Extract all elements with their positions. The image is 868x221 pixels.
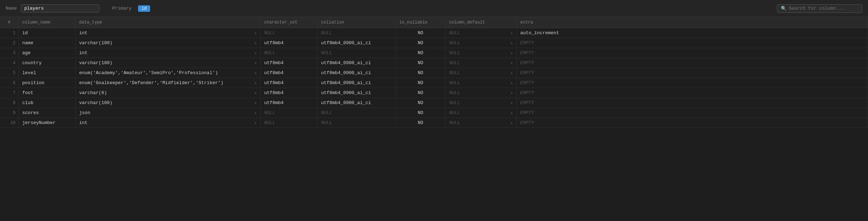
cell-character-set: NULL (260, 28, 317, 38)
sort-arrows-icon[interactable]: ⇅ (254, 91, 256, 95)
sort-arrows-icon[interactable]: ⇅ (254, 31, 256, 35)
table-row: 1idint⇅NULLNULLNONULL⇅auto_increment (0, 28, 868, 38)
cell-column-default: NULL⇅ (445, 48, 517, 58)
cell-num: 8 (0, 98, 18, 108)
sort-arrows-default-icon[interactable]: ⇅ (510, 121, 513, 125)
cell-num: 3 (0, 48, 18, 58)
cell-column-default: NULL⇅ (445, 68, 517, 78)
cell-is-nullable: NO (396, 98, 445, 108)
cell-column-name: country (18, 58, 75, 68)
cell-num: 5 (0, 68, 18, 78)
sort-arrows-default-icon[interactable]: ⇅ (510, 51, 513, 55)
th-extra: extra (517, 17, 868, 28)
cell-num: 2 (0, 38, 18, 48)
sort-arrows-default-icon[interactable]: ⇅ (510, 31, 513, 35)
table-row: 8clubvarchar(100)⇅utf8mb4utf8mb4_0900_ai… (0, 98, 868, 108)
cell-data-type: json⇅ (75, 108, 260, 118)
cell-character-set: utf8mb4 (260, 78, 317, 88)
cell-data-type: enum('Goalkeeper','Defender','Midfielder… (75, 78, 260, 88)
columns-table: # column_name data_type character_set co… (0, 17, 868, 128)
primary-badge: id (138, 5, 150, 12)
cell-character-set: utf8mb4 (260, 88, 317, 98)
cell-column-name: club (18, 98, 75, 108)
cell-is-nullable: NO (396, 118, 445, 128)
search-icon: 🔍 (781, 6, 787, 11)
cell-extra: EMPTY (517, 98, 868, 108)
cell-column-name: position (18, 78, 75, 88)
cell-num: 7 (0, 88, 18, 98)
cell-is-nullable: NO (396, 78, 445, 88)
cell-column-name: age (18, 48, 75, 58)
cell-data-type: varchar(100)⇅ (75, 98, 260, 108)
cell-collation: utf8mb4_0900_ai_ci (317, 68, 396, 78)
table-row: 3ageint⇅NULLNULLNONULL⇅EMPTY (0, 48, 868, 58)
cell-extra: EMPTY (517, 68, 868, 78)
cell-column-default: NULL⇅ (445, 78, 517, 88)
cell-data-type: int⇅ (75, 118, 260, 128)
cell-extra: EMPTY (517, 118, 868, 128)
cell-data-type: int⇅ (75, 28, 260, 38)
th-column-default: column_default (445, 17, 517, 28)
cell-num: 4 (0, 58, 18, 68)
sort-arrows-icon[interactable]: ⇅ (254, 121, 256, 125)
cell-column-name: id (18, 28, 75, 38)
cell-is-nullable: NO (396, 38, 445, 48)
cell-character-set: NULL (260, 108, 317, 118)
cell-num: 6 (0, 78, 18, 88)
cell-character-set: NULL (260, 118, 317, 128)
cell-collation: NULL (317, 28, 396, 38)
sort-arrows-icon[interactable]: ⇅ (254, 111, 256, 115)
cell-extra: auto_increment (517, 28, 868, 38)
sort-arrows-icon[interactable]: ⇅ (254, 51, 256, 55)
cell-column-name: foot (18, 88, 75, 98)
table-row: 6positionenum('Goalkeeper','Defender','M… (0, 78, 868, 88)
cell-character-set: utf8mb4 (260, 38, 317, 48)
th-collation: collation (317, 17, 396, 28)
cell-extra: EMPTY (517, 78, 868, 88)
sort-arrows-icon[interactable]: ⇅ (254, 81, 256, 85)
cell-column-name: jerseyNumber (18, 118, 75, 128)
cell-column-default: NULL⇅ (445, 58, 517, 68)
cell-is-nullable: NO (396, 68, 445, 78)
cell-collation: NULL (317, 118, 396, 128)
sort-arrows-default-icon[interactable]: ⇅ (510, 91, 513, 95)
table-container: # column_name data_type character_set co… (0, 17, 868, 221)
search-box[interactable]: 🔍 (777, 4, 862, 13)
cell-column-name: scores (18, 108, 75, 118)
cell-extra: EMPTY (517, 108, 868, 118)
th-num: # (0, 17, 18, 28)
cell-collation: NULL (317, 108, 396, 118)
sort-arrows-default-icon[interactable]: ⇅ (510, 61, 513, 65)
sort-arrows-icon[interactable]: ⇅ (254, 41, 256, 45)
cell-is-nullable: NO (396, 28, 445, 38)
cell-extra: EMPTY (517, 58, 868, 68)
table-name-input[interactable] (21, 4, 99, 12)
cell-data-type: varchar(6)⇅ (75, 88, 260, 98)
header-bar: Name Primary id 🔍 (0, 0, 868, 17)
cell-collation: NULL (317, 48, 396, 58)
sort-arrows-default-icon[interactable]: ⇅ (510, 81, 513, 85)
sort-arrows-icon[interactable]: ⇅ (254, 61, 256, 65)
cell-data-type: varchar(100)⇅ (75, 58, 260, 68)
sort-arrows-default-icon[interactable]: ⇅ (510, 111, 513, 115)
sort-arrows-icon[interactable]: ⇅ (254, 71, 256, 75)
cell-column-name: level (18, 68, 75, 78)
cell-is-nullable: NO (396, 88, 445, 98)
sort-arrows-default-icon[interactable]: ⇅ (510, 41, 513, 45)
table-row: 4countryvarchar(100)⇅utf8mb4utf8mb4_0900… (0, 58, 868, 68)
search-input[interactable] (789, 6, 853, 11)
cell-collation: utf8mb4_0900_ai_ci (317, 38, 396, 48)
table-row: 10jerseyNumberint⇅NULLNULLNONULL⇅EMPTY (0, 118, 868, 128)
th-data-type: data_type (75, 17, 260, 28)
th-column-name: column_name (18, 17, 75, 28)
cell-num: 1 (0, 28, 18, 38)
cell-extra: EMPTY (517, 88, 868, 98)
cell-is-nullable: NO (396, 108, 445, 118)
sort-arrows-icon[interactable]: ⇅ (254, 101, 256, 105)
cell-column-default: NULL⇅ (445, 98, 517, 108)
sort-arrows-default-icon[interactable]: ⇅ (510, 71, 513, 75)
cell-character-set: utf8mb4 (260, 98, 317, 108)
cell-data-type: enum('Academy','Amateur','SemiPro','Prof… (75, 68, 260, 78)
sort-arrows-default-icon[interactable]: ⇅ (510, 101, 513, 105)
cell-column-name: name (18, 38, 75, 48)
